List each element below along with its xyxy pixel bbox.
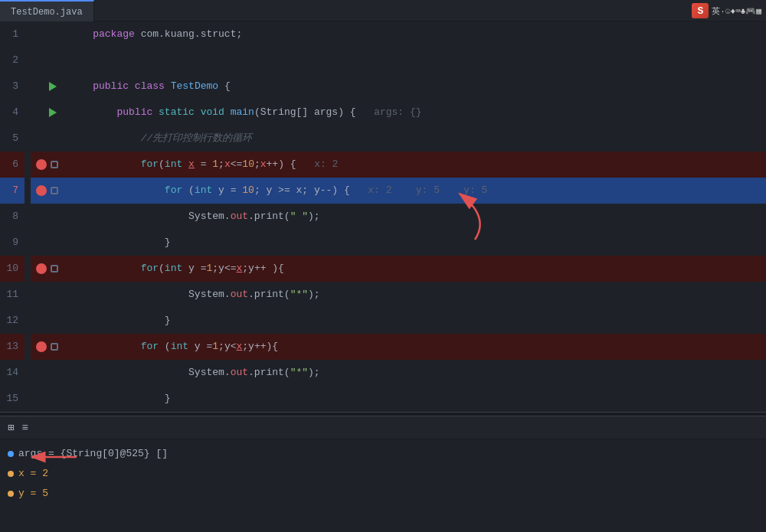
run-icon[interactable] — [49, 108, 57, 117]
breakpoint-icon[interactable] — [36, 341, 47, 352]
code-line: //先打印控制行数的循环 — [61, 126, 766, 152]
lock-icon — [51, 343, 58, 351]
line-number: 12 — [0, 308, 25, 334]
line-number: 14 — [0, 360, 25, 386]
variable-text: y = 5 — [18, 484, 48, 504]
gutter-cell — [31, 386, 61, 412]
gutter-cell — [31, 100, 61, 126]
gutter-cell — [31, 256, 61, 282]
debug-icon-1[interactable]: ⊞ — [6, 419, 15, 436]
variable-dot — [8, 491, 14, 497]
tab-bar: TestDemo.java S 英·☺♦⌨♣🎮▦ — [0, 0, 766, 21]
gutter-cell — [31, 282, 61, 308]
line-number: 10 — [0, 256, 25, 282]
code-line: } — [61, 230, 766, 256]
variable-dot — [8, 471, 14, 477]
gutter-cell — [31, 308, 61, 334]
variable-dot — [8, 451, 14, 457]
line-number: 11 — [0, 282, 25, 308]
variable-text: x = 2 — [18, 464, 48, 484]
line-number: 9 — [0, 230, 25, 256]
debug-content: args = {String[0]@525} []x = 2y = 5 — [0, 439, 766, 532]
lock-icon — [51, 161, 58, 168]
systray: S 英·☺♦⌨♣🎮▦ — [692, 0, 766, 21]
code-line: System.out.print("*"); — [61, 360, 766, 386]
editor-tab[interactable]: TestDemo.java — [0, 0, 94, 21]
line-number: 8 — [0, 204, 25, 230]
systray-text: 英·☺♦⌨♣🎮▦ — [712, 5, 761, 17]
breakpoint-icon[interactable] — [36, 185, 47, 196]
gutter-cell — [31, 47, 61, 73]
variable-text: args = {String[0]@525} [] — [18, 444, 168, 464]
gutter-cell — [31, 204, 61, 230]
code-line: for(int y =1;y<=x;y++ ){ — [61, 256, 766, 282]
code-lines: package com.kuang.struct; public class T… — [61, 21, 766, 412]
line-number: 6 — [0, 152, 25, 178]
gutter-cell — [31, 360, 61, 386]
code-line: System.out.print("*"); — [61, 282, 766, 308]
line-number: 5 — [0, 126, 25, 152]
line-numbers: 123456789101112131415 — [0, 21, 31, 412]
gutter-cell — [31, 230, 61, 256]
debug-panel: ⊞ ≡ args = {String[0]@525} []x = 2y = 5 — [0, 416, 766, 532]
gutter-cell — [31, 126, 61, 152]
line-number: 2 — [0, 47, 25, 73]
line-number: 15 — [0, 386, 25, 412]
tab-filename: TestDemo.java — [11, 7, 83, 18]
line-number: 1 — [0, 21, 25, 47]
breakpoint-icon[interactable] — [36, 159, 47, 170]
code-line: for (int y = 10; y >= x; y--) { x: 2 y: … — [61, 178, 766, 204]
code-line: for (int y =1;y<x;y++){ — [61, 334, 766, 360]
code-line: public static void main(String[] args) {… — [61, 100, 766, 126]
code-line: package com.kuang.struct; — [61, 21, 766, 47]
gutter-cell — [31, 21, 61, 47]
gutter-cell — [31, 178, 61, 204]
gutter-cell — [31, 73, 61, 100]
debug-variable: y = 5 — [8, 484, 758, 504]
editor-area: 123456789101112131415 package com.kuang.… — [0, 21, 766, 412]
run-icon[interactable] — [49, 82, 57, 91]
line-number: 7 — [0, 178, 25, 204]
line-number: 4 — [0, 100, 25, 126]
code-line: System.out.print(" "); — [61, 204, 766, 230]
debug-variable: x = 2 — [8, 464, 758, 484]
gutter-cell — [31, 334, 61, 360]
debug-icon-2[interactable]: ≡ — [20, 420, 29, 436]
code-line: for(int x = 1;x<=10;x++) { x: 2 — [61, 152, 766, 178]
lock-icon — [51, 265, 58, 273]
breakpoint-icon[interactable] — [36, 263, 47, 274]
debug-toolbar: ⊞ ≡ — [0, 416, 766, 439]
gutter — [31, 21, 61, 412]
debug-variable: args = {String[0]@525} [] — [8, 444, 758, 464]
code-line: public class TestDemo { — [61, 73, 766, 100]
gutter-cell — [31, 152, 61, 178]
lock-icon — [51, 187, 58, 194]
line-number: 3 — [0, 73, 25, 100]
code-line: } — [61, 308, 766, 334]
systray-s-icon: S — [692, 3, 709, 18]
line-number: 13 — [0, 334, 25, 360]
code-line: } — [61, 386, 766, 412]
code-line — [61, 47, 766, 73]
